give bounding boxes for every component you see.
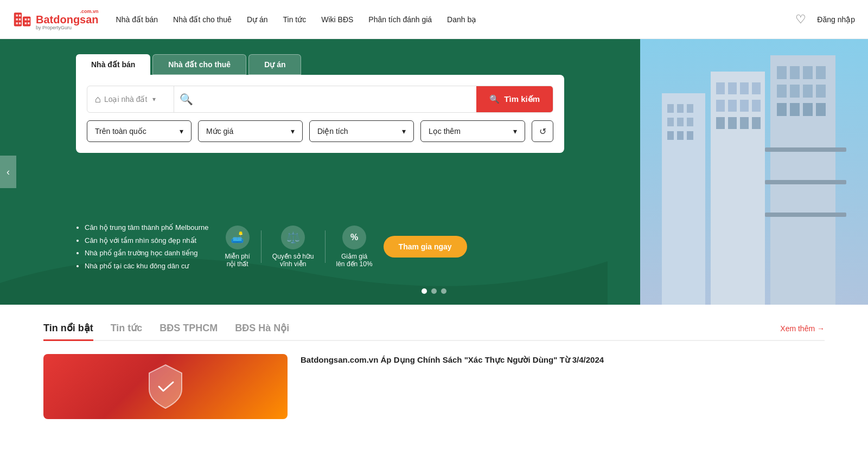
promo-bullet-1: Căn hộ với tầm nhìn sông đẹp nhất xyxy=(85,234,208,247)
search-btn-label: Tìm kiếm xyxy=(504,94,540,104)
svg-rect-10 xyxy=(25,22,27,24)
svg-rect-35 xyxy=(752,117,761,129)
logo-icon xyxy=(13,9,33,28)
svg-rect-31 xyxy=(752,100,761,112)
join-button[interactable]: Tham gia ngay xyxy=(384,236,467,258)
dot-2[interactable] xyxy=(431,288,437,294)
news-tabs: Tin nổi bật Tin tức BĐS TPHCM BĐS Hà Nội… xyxy=(43,322,825,341)
promo-banner: Căn hộ trung tâm thành phố Melbourne Căn… xyxy=(76,221,635,272)
filter-price[interactable]: Mức giá ▾ xyxy=(198,120,303,142)
svg-rect-7 xyxy=(19,22,21,24)
svg-rect-17 xyxy=(667,118,674,126)
svg-rect-43 xyxy=(803,85,813,98)
filter-area-label: Diện tích xyxy=(317,127,348,136)
svg-rect-51 xyxy=(765,213,846,217)
search-tabs: Nhà đất bán Nhà đất cho thuê Dự án xyxy=(76,54,488,75)
nav-item-nha-dat-cho-thue[interactable]: Nhà đất cho thuê xyxy=(173,15,232,24)
filter-location[interactable]: Trên toàn quốc ▾ xyxy=(87,120,192,142)
svg-rect-15 xyxy=(677,104,684,113)
promo-divider-2 xyxy=(325,230,326,263)
logo-comvn: .com.vn xyxy=(36,9,99,14)
search-magnifier-icon: 🔍 xyxy=(174,93,199,106)
news-section-wrapper: Tin nổi bật Tin tức BĐS TPHCM BĐS Hà Nội… xyxy=(0,305,868,432)
promo-bullet-3: Nhà phố tại các khu đông dân cư xyxy=(85,260,208,272)
hero-carousel-dots xyxy=(422,288,446,294)
feature-ownership-label: Quyền sở hữu vĩnh viễn xyxy=(272,253,314,268)
svg-rect-46 xyxy=(790,103,800,116)
promo-bullet-0: Căn hộ trung tâm thành phố Melbourne xyxy=(85,221,208,234)
filter-reset-button[interactable]: ↺ xyxy=(532,120,553,142)
filter-more-chevron: ▾ xyxy=(513,127,517,136)
filter-more-label: Lọc thêm xyxy=(429,127,461,136)
tab-nha-dat-cho-thue[interactable]: Nhà đất cho thuê xyxy=(152,54,246,75)
logo-sub: by PropertyGuru xyxy=(36,25,99,30)
svg-rect-6 xyxy=(16,22,18,24)
svg-rect-14 xyxy=(667,104,674,113)
header-right: ♡ Đăng nhập xyxy=(795,12,855,27)
news-article-title[interactable]: Batdongsan.com.vn Áp Dụng Chính Sách "Xá… xyxy=(301,354,825,366)
svg-rect-37 xyxy=(777,66,787,79)
svg-rect-44 xyxy=(816,85,826,98)
svg-rect-16 xyxy=(687,104,693,113)
promo-feature-ownership: ⚖️ Quyền sở hữu vĩnh viễn xyxy=(272,226,314,268)
svg-rect-26 xyxy=(740,82,749,94)
search-input[interactable] xyxy=(199,95,476,104)
svg-rect-39 xyxy=(803,66,813,79)
svg-rect-11 xyxy=(28,22,30,24)
tab-nha-dat-ban[interactable]: Nhà đất bán xyxy=(76,54,150,75)
search-button[interactable]: 🔍 Tìm kiếm xyxy=(476,86,553,112)
nav-item-phan-tich[interactable]: Phân tích đánh giá xyxy=(368,15,432,24)
svg-rect-30 xyxy=(740,100,749,112)
promo-bullet-2: Nhà phố gần trường học danh tiếng xyxy=(85,247,208,259)
svg-rect-45 xyxy=(777,103,787,116)
svg-rect-9 xyxy=(28,18,30,21)
svg-rect-4 xyxy=(16,18,18,21)
nav-item-du-an[interactable]: Dự án xyxy=(247,15,268,24)
news-tab-tin-noi-bat[interactable]: Tin nổi bật xyxy=(43,322,93,341)
dot-3[interactable] xyxy=(441,288,446,294)
nav-item-wiki-bds[interactable]: Wiki BĐS xyxy=(321,15,353,24)
filter-location-chevron: ▾ xyxy=(180,127,183,136)
reset-icon: ↺ xyxy=(539,126,546,137)
tab-du-an[interactable]: Dự án xyxy=(248,54,301,75)
svg-rect-32 xyxy=(716,117,725,129)
svg-rect-38 xyxy=(790,66,800,79)
svg-rect-49 xyxy=(765,147,846,152)
news-tab-bds-tphcm[interactable]: BĐS TPHCM xyxy=(159,323,218,341)
hero-building-image xyxy=(640,39,868,305)
filter-area-chevron: ▾ xyxy=(402,127,406,136)
news-tab-bds-ha-noi[interactable]: BĐS Hà Nội xyxy=(235,322,289,341)
news-see-more-link[interactable]: Xem thêm → xyxy=(780,324,825,338)
news-tab-tin-tuc[interactable]: Tin tức xyxy=(111,322,143,341)
svg-rect-34 xyxy=(740,117,749,129)
logo[interactable]: .com.vn Batdongsan by PropertyGuru xyxy=(13,9,99,30)
svg-rect-5 xyxy=(19,18,21,21)
feature-discount-label: Giảm giá lên đến 10% xyxy=(336,253,373,268)
filter-more-button[interactable]: Lọc thêm ▾ xyxy=(420,120,525,142)
svg-rect-28 xyxy=(716,100,725,112)
nav-item-tin-tuc[interactable]: Tin tức xyxy=(283,15,307,24)
svg-rect-19 xyxy=(687,118,693,126)
svg-rect-18 xyxy=(677,118,684,126)
property-type-dropdown[interactable]: ⌂ Loại nhà đất ▾ xyxy=(87,86,174,112)
nav-item-nha-dat-ban[interactable]: Nhà đất bán xyxy=(116,15,158,24)
logo-brand: Batdongsan xyxy=(36,14,99,25)
dot-1[interactable] xyxy=(422,288,427,294)
carousel-prev-button[interactable]: ‹ xyxy=(0,156,16,188)
home-icon: ⌂ xyxy=(95,94,101,105)
svg-rect-3 xyxy=(19,14,21,16)
svg-rect-20 xyxy=(667,131,674,140)
filter-area[interactable]: Diện tích ▾ xyxy=(309,120,414,142)
favorites-icon[interactable]: ♡ xyxy=(795,12,806,27)
login-button[interactable]: Đăng nhập xyxy=(817,15,855,24)
property-type-chevron: ▾ xyxy=(152,95,156,103)
svg-rect-33 xyxy=(728,117,737,129)
search-btn-icon: 🔍 xyxy=(489,94,500,104)
news-image-svg xyxy=(133,359,198,414)
svg-rect-47 xyxy=(803,103,813,116)
filter-price-label: Mức giá xyxy=(206,127,233,136)
nav-item-danh-ba[interactable]: Danh bạ xyxy=(447,15,476,24)
svg-rect-40 xyxy=(816,66,826,79)
search-box: ⌂ Loại nhà đất ▾ 🔍 🔍 Tìm kiếm Trên toàn … xyxy=(76,75,564,153)
news-featured-image[interactable] xyxy=(43,354,288,419)
